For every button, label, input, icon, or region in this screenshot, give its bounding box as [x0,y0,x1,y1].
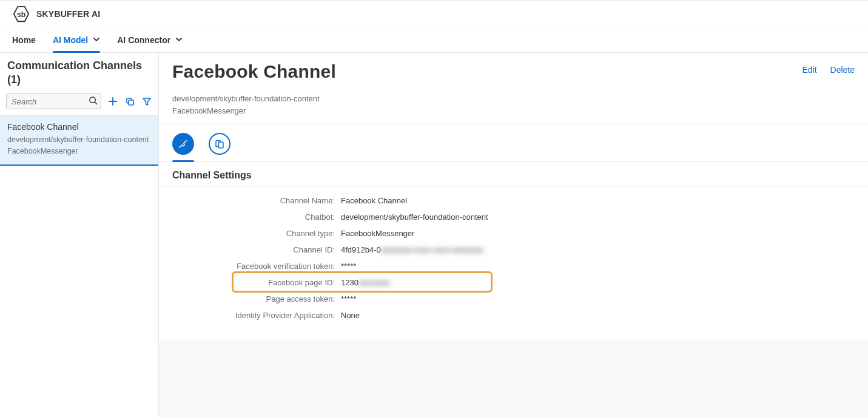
field-value-redacted: xxxxxxxx-xxxx-xxxx-xxxxxxxx [381,245,483,254]
list-item-subtitle: FacebookMessenger [7,146,151,157]
field-label: Identity Provider Application: [172,311,341,320]
nav-item-ai-connector[interactable]: AI Connector [117,27,183,52]
field-value: 1230xxxxxxxx [341,278,390,287]
search-wrap [6,93,101,109]
app-title: SKYBUFFER AI [36,9,100,19]
list-item[interactable]: Facebook Channel development/skybuffer-f… [0,116,158,166]
field-value-visible: 4fd912b4-0 [341,245,381,254]
field-fb-page-id: Facebook page ID: 1230xxxxxxxx [172,274,855,291]
field-channel-type: Channel type: FacebookMessenger [172,225,855,242]
nav-item-label: Home [12,35,36,45]
field-value: ***** [341,294,356,303]
field-label: Facebook verification token: [172,262,341,271]
sidebar-list: Facebook Channel development/skybuffer-f… [0,116,158,417]
page-header: Facebook Channel Edit Delete [159,53,868,84]
field-fb-verification-token: Facebook verification token: ***** [172,258,855,274]
tab-circle-row [159,124,868,161]
content-card: Facebook Channel Edit Delete development… [159,53,868,339]
header-actions: Edit Delete [802,65,855,75]
field-value: 4fd912b4-0xxxxxxxx-xxxx-xxxx-xxxxxxxx [341,245,483,254]
body-area: Communication Channels (1) Facebook Chan… [0,53,868,417]
field-value-visible: 1230 [341,278,358,287]
field-idp-application: Identity Provider Application: None [172,307,855,324]
sidebar-toolbar [0,90,158,116]
tab-settings-icon[interactable] [172,133,194,155]
svg-rect-9 [219,142,224,148]
app-logo: sb [12,5,30,23]
field-label: Facebook page ID: [172,278,341,287]
field-label: Page access token: [172,294,341,303]
field-channel-name: Channel Name: Facebook Channel [172,192,855,209]
main: Facebook Channel Edit Delete development… [159,53,868,417]
copy-icon[interactable] [124,96,135,107]
chevron-down-icon [93,35,100,45]
nav-item-label: AI Model [53,35,88,45]
svg-line-3 [95,102,96,104]
field-value: Facebook Channel [341,196,407,205]
delete-button[interactable]: Delete [830,65,855,75]
add-icon[interactable] [107,96,118,107]
page-subheader: development/skybuffer-foundation-content… [159,84,868,124]
nav-item-ai-model[interactable]: AI Model [53,27,100,52]
field-channel-id: Channel ID: 4fd912b4-0xxxxxxxx-xxxx-xxxx… [172,242,855,258]
field-value: FacebookMessenger [341,229,414,238]
edit-button[interactable]: Edit [802,65,816,75]
field-label: Channel type: [172,229,341,238]
svg-text:sb: sb [17,10,25,18]
nav-item-label: AI Connector [117,35,170,45]
chevron-down-icon [175,35,183,45]
search-input[interactable] [6,93,101,109]
field-label: Channel ID: [172,245,341,254]
field-value-redacted: xxxxxxxx [358,278,390,287]
list-item-subtitle: development/skybuffer-foundation-content [7,134,151,146]
page-title: Facebook Channel [172,61,802,82]
sub-line: FacebookMessenger [172,105,855,117]
app-header: sb SKYBUFFER AI [0,0,868,27]
top-nav: Home AI Model AI Connector [0,27,868,53]
field-page-access-token: Page access token: ***** [172,291,855,307]
settings-form: Channel Name: Facebook Channel Chatbot: … [159,186,868,339]
list-item-title: Facebook Channel [7,122,151,132]
nav-item-home[interactable]: Home [12,27,36,52]
field-chatbot: Chatbot: development/skybuffer-foundatio… [172,209,855,225]
svg-rect-7 [129,100,133,105]
sub-line: development/skybuffer-foundation-content [172,93,855,105]
field-value: None [341,311,360,320]
filter-icon[interactable] [141,96,152,107]
tab-secondary-icon[interactable] [209,133,230,155]
field-label: Channel Name: [172,196,341,205]
field-value: development/skybuffer-foundation-content [341,212,488,222]
field-value: ***** [341,262,356,271]
search-icon[interactable] [89,96,98,107]
field-label: Chatbot: [172,212,341,222]
sidebar: Communication Channels (1) Facebook Chan… [0,53,159,417]
sidebar-title: Communication Channels (1) [0,53,158,90]
section-title: Channel Settings [159,161,868,186]
